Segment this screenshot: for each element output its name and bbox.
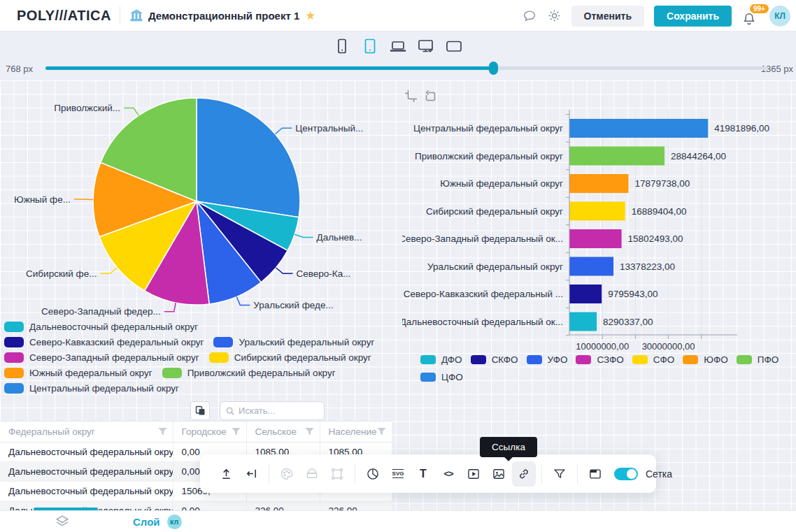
collapse-left-icon[interactable] [239,461,263,487]
pie-slice-label: Южный фе... [14,194,71,205]
table-column-header: Федеральный округ [0,422,173,442]
chat-icon[interactable] [522,8,537,24]
legend-swatch [527,355,542,364]
legend-label: Приволжский федеральный округ [187,368,336,378]
svg-icon[interactable]: SVG [386,461,410,487]
save-button[interactable]: Сохранить [654,6,732,27]
legend-label: ПФО [758,354,779,365]
width-slider-track[interactable] [45,66,768,70]
search-input[interactable] [239,405,318,416]
legend-item[interactable]: ПФО [737,354,779,365]
device-laptop-button[interactable] [388,37,408,55]
bar-value-label: 16889404,00 [632,206,687,217]
legend-label: ДФО [441,354,462,365]
device-phone-button[interactable] [332,37,352,55]
table-column-header: Городское [173,422,246,442]
bar-category-label: Центральный федеральный округ [413,123,563,134]
bar[interactable] [569,119,708,138]
link-icon[interactable] [512,461,536,487]
legend-item[interactable]: ДФО [420,354,462,365]
legend-item[interactable]: Приволжский федеральный округ [162,368,336,378]
bar[interactable] [569,229,622,248]
legend-item[interactable]: ЮФО [683,354,727,365]
table-cell: Дальневосточный федеральный округ [0,461,173,481]
grid-toggle[interactable] [614,468,638,480]
filter-funnel-icon[interactable] [305,427,314,438]
legend-label: Уральский федеральный округ [239,337,374,347]
copy-table-icon[interactable] [190,401,210,420]
pie-chart-icon[interactable] [361,461,385,487]
table-column-header: Сельское [246,422,320,442]
bag-icon[interactable] [300,461,324,487]
legend-item[interactable]: Дальневосточный федеральный округ [4,322,198,332]
pie-label-line [124,108,138,116]
legend-item[interactable]: Центральный федеральный округ [4,383,179,394]
window-icon[interactable] [583,461,607,487]
video-icon[interactable] [462,461,485,487]
legend-item[interactable]: ЦФО [420,372,463,382]
device-display-button[interactable] [444,37,464,55]
bar[interactable] [569,312,597,331]
bar[interactable] [569,285,602,303]
cancel-button[interactable]: Отменить [571,6,644,27]
layers-icon[interactable] [55,514,70,529]
avatar[interactable]: КЛ [769,6,790,27]
legend-swatch [420,355,436,364]
legend-item[interactable]: Сибирский федеральный округ [209,352,371,363]
device-desktop-button[interactable] [416,37,436,55]
bar-value-label: 28844264,00 [671,151,726,161]
width-slider-thumb[interactable] [489,62,498,75]
legend-item[interactable]: СФО [632,354,675,365]
upload-icon[interactable] [214,461,238,487]
bar[interactable] [569,202,625,221]
bar[interactable] [569,147,664,166]
device-bar [0,37,796,55]
legend-label: СКФО [492,354,518,365]
filter-icon[interactable] [548,461,571,487]
bar-value-label: 8290337,00 [603,317,653,327]
width-slider-row: 768 px 1365 px [0,58,796,79]
favorite-star-icon[interactable]: ★ [305,10,315,22]
pie-label-line [294,234,313,237]
legend-item[interactable]: Северо-Кавказский федеральный округ [4,337,204,347]
bar-value-label: 17879738,00 [634,178,690,189]
bar[interactable] [569,257,613,276]
app-logo: POLY///ATICA [17,8,111,24]
filter-funnel-icon[interactable] [232,427,241,438]
legend-item[interactable]: Южный федеральный округ [4,368,152,378]
table-search[interactable] [220,401,325,420]
legend-item[interactable]: Северо-Западный федеральный округ [4,352,199,363]
toolbar-divider [577,464,578,484]
pie-slice-label: Северо-Ка... [297,268,351,279]
project-title-group: Демонстрационный проект 1 ★ [130,9,316,22]
text-icon[interactable]: T [411,461,435,487]
filter-funnel-icon[interactable] [377,427,386,438]
layer-user-badge: кл [167,515,182,529]
legend-item[interactable]: УФО [527,354,568,365]
notifications-bell-icon[interactable]: 99+ [741,6,760,27]
code-icon[interactable]: <> [436,461,460,487]
bar-category-label: Южный федеральный округ [440,178,563,189]
bar-category-label: Дальневосточный федеральный ок... [402,317,563,327]
image-icon[interactable] [487,461,511,487]
legend-item[interactable]: СКФО [471,354,518,365]
legend-item[interactable]: СЗФО [576,354,623,365]
pie-slice[interactable] [197,98,300,217]
header-actions: Отменить Сохранить 99+ КЛ [522,0,790,31]
legend-swatch [4,368,24,378]
search-icon [226,406,234,416]
table-cell: 0,00 [173,501,246,510]
legend-item[interactable]: Уральский федеральный округ [213,337,374,347]
legend-swatch [632,355,648,364]
settings-gear-icon[interactable] [547,8,562,23]
bar-value-label: 41981896,00 [714,123,769,134]
dashboard-canvas[interactable]: Центральный...Дальнев...Северо-Ка...Урал… [0,80,796,510]
filter-funnel-icon[interactable] [158,427,167,438]
bar[interactable] [569,174,628,193]
transform-icon[interactable] [325,461,349,487]
legend-label: Сибирский федеральный округ [234,352,371,363]
layer-tab[interactable]: Слой [133,516,160,528]
device-tablet-button[interactable] [360,37,380,55]
preview-controls-strip: 768 px 1365 px [0,31,796,80]
palette-icon[interactable] [275,461,299,487]
